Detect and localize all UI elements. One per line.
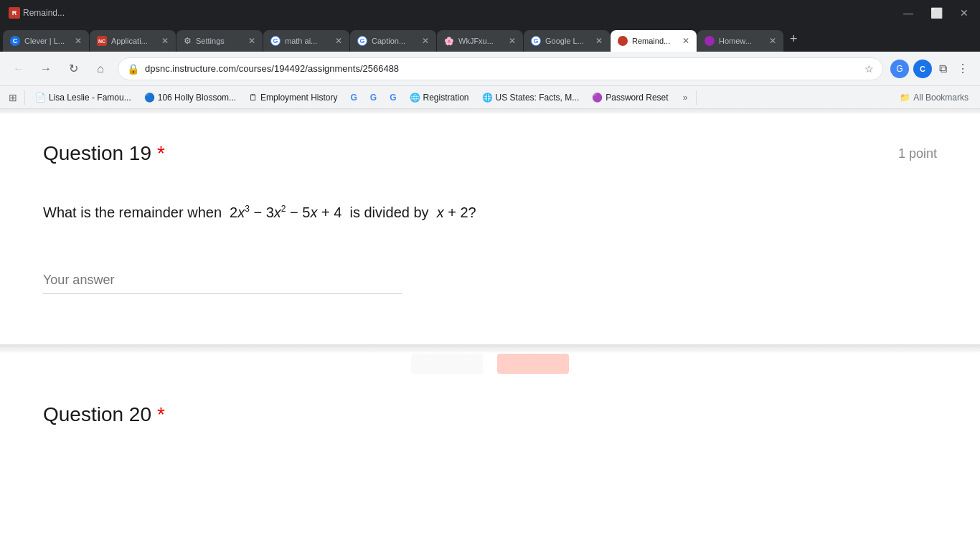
homework-favicon (705, 36, 715, 46)
home-button[interactable]: ⌂ (90, 59, 110, 79)
tab-captions[interactable]: G Caption... ✕ (350, 30, 436, 52)
tab-wkjf[interactable]: 🌸 WkJFxu... ✕ (437, 30, 523, 52)
tab-application-close[interactable]: ✕ (161, 36, 169, 46)
tab-google[interactable]: G Google L... ✕ (524, 30, 610, 52)
tab-google-label: Google L... (545, 37, 591, 45)
all-bookmarks-button[interactable]: 📁 All Bookmarks (894, 90, 974, 105)
quiz-question-19: Question 19* 1 point What is the remaind… (0, 113, 980, 323)
tabs-bar: C Clever | L... ✕ NC Applicati... ✕ ⚙ Se… (0, 26, 980, 52)
tab-settings[interactable]: ⚙ Settings ✕ (176, 30, 263, 52)
tab-wkjf-label: WkJFxu... (458, 37, 504, 45)
registration-favicon: 🌐 (410, 93, 420, 103)
tab-application-label: Applicati... (111, 37, 157, 45)
clever-favicon: C (10, 36, 20, 46)
tab-remainder-label: Remaind... (632, 37, 678, 45)
address-bar: ← → ↻ ⌂ 🔒 dpsnc.instructure.com/courses/… (0, 52, 980, 86)
settings-favicon: ⚙ (184, 36, 192, 46)
site-info-icon: 🔒 (127, 63, 139, 75)
tab-clever-close[interactable]: ✕ (75, 36, 82, 46)
usstates-favicon: 🌐 (482, 93, 493, 103)
bookmark-employment[interactable]: 🗒 Employment History (243, 90, 343, 105)
bookmark-password-label: Password Reset (606, 93, 668, 103)
bookmark-g2[interactable]: G (364, 90, 382, 105)
bookmark-usstates[interactable]: 🌐 US States: Facts, M... (476, 90, 585, 105)
question-20-title: Question 20 (43, 403, 151, 425)
next-button-placeholder (497, 354, 569, 374)
bookmark-g1[interactable]: G (344, 90, 362, 105)
bookmark-holly[interactable]: 🔵 106 Holly Blossom... (138, 90, 242, 105)
new-tab-button[interactable]: + (784, 32, 804, 47)
employment-favicon: 🗒 (249, 93, 258, 103)
nc-favicon: NC (97, 36, 107, 46)
question-19-title-group: Question 19* (43, 142, 165, 165)
tab-settings-label: Settings (196, 37, 244, 45)
wkjf-favicon: 🌸 (444, 37, 454, 46)
menu-icon[interactable]: ⋮ (954, 59, 971, 78)
bookmark-password[interactable]: 🟣 Password Reset (586, 90, 674, 105)
bookmark-employment-label: Employment History (260, 93, 337, 103)
navigation-buttons-area (0, 353, 980, 375)
section-divider (0, 344, 980, 350)
question-19-title: Question 19 (43, 142, 151, 164)
bookmarks-overflow-button[interactable]: » (679, 90, 692, 105)
g1-favicon: G (350, 93, 357, 103)
minimize-button[interactable]: — (897, 6, 919, 20)
bookmark-lisa-label: Lisa Leslie - Famou... (49, 93, 131, 103)
tab-wkjf-close[interactable]: ✕ (509, 36, 516, 46)
question-19-header: Question 19* 1 point (43, 142, 937, 165)
title-bar: R Remaind... — ⬜ ✕ (0, 0, 980, 26)
back-button[interactable]: ← (9, 59, 29, 79)
answer-input[interactable] (43, 267, 402, 294)
bookmark-registration[interactable]: 🌐 Registration (404, 90, 475, 105)
tab-clever-label: Clever | L... (24, 37, 70, 45)
tab-math-close[interactable]: ✕ (335, 36, 342, 46)
bookmarks-divider (24, 90, 25, 105)
prev-button-placeholder (411, 354, 483, 374)
tab-homework-close[interactable]: ✕ (769, 36, 776, 46)
bookmarks-folder-icon: 📁 (900, 93, 910, 103)
bookmarks-bar: ⊞ 📄 Lisa Leslie - Famou... 🔵 106 Holly B… (0, 86, 980, 109)
question-19-body: What is the remainder when 2x3 − 3x2 − 5… (43, 187, 937, 238)
window-controls: — ⬜ ✕ (897, 6, 974, 20)
tab-captions-label: Caption... (372, 37, 418, 45)
tab-homework[interactable]: Homew... ✕ (697, 30, 783, 52)
password-favicon: 🟣 (592, 93, 603, 103)
tab-application[interactable]: NC Applicati... ✕ (90, 30, 176, 52)
g3-favicon: G (390, 93, 396, 103)
captions-favicon: G (357, 36, 367, 46)
reload-button[interactable]: ↻ (63, 59, 83, 79)
extensions-icon[interactable]: ⧉ (936, 60, 950, 78)
profile-icon[interactable]: C (913, 60, 932, 78)
active-tab-favicon: R (9, 7, 20, 19)
bookmark-g3[interactable]: G (384, 90, 402, 105)
forward-button[interactable]: → (36, 59, 56, 79)
url-text: dpsnc.instructure.com/courses/194492/ass… (145, 63, 859, 74)
question-19-points: 1 point (898, 146, 937, 161)
question-20-partial: Question 20* (0, 375, 980, 426)
holly-favicon: 🔵 (144, 93, 155, 103)
close-button[interactable]: ✕ (954, 6, 974, 20)
bookmarks-divider-2 (696, 90, 697, 105)
tab-math[interactable]: G math ai... ✕ (263, 30, 349, 52)
tab-remainder[interactable]: Remaind... ✕ (611, 30, 697, 52)
active-tab-title: Remaind... (23, 8, 65, 18)
tab-google-close[interactable]: ✕ (595, 36, 603, 46)
bookmark-usstates-label: US States: Facts, M... (496, 93, 580, 103)
all-bookmarks-label: All Bookmarks (913, 93, 969, 103)
maximize-button[interactable]: ⬜ (925, 6, 948, 20)
tab-settings-close[interactable]: ✕ (248, 36, 255, 46)
lisa-favicon: 📄 (35, 93, 46, 103)
apps-grid-icon[interactable]: ⊞ (6, 90, 20, 105)
tab-captions-close[interactable]: ✕ (422, 36, 429, 46)
tab-math-label: math ai... (285, 37, 331, 45)
bookmark-lisa[interactable]: 📄 Lisa Leslie - Famou... (29, 90, 137, 105)
url-bar[interactable]: 🔒 dpsnc.instructure.com/courses/194492/a… (118, 57, 883, 80)
google-apps-icon[interactable]: G (890, 60, 909, 78)
tab-clever[interactable]: C Clever | L... ✕ (3, 30, 89, 52)
page-content: Question 19* 1 point What is the remaind… (0, 109, 980, 551)
g2-favicon: G (370, 93, 377, 103)
bookmark-star-icon[interactable]: ☆ (864, 63, 874, 75)
tab-remainder-close[interactable]: ✕ (682, 36, 689, 46)
remainder-favicon (618, 36, 628, 46)
bookmark-holly-label: 106 Holly Blossom... (158, 93, 236, 103)
